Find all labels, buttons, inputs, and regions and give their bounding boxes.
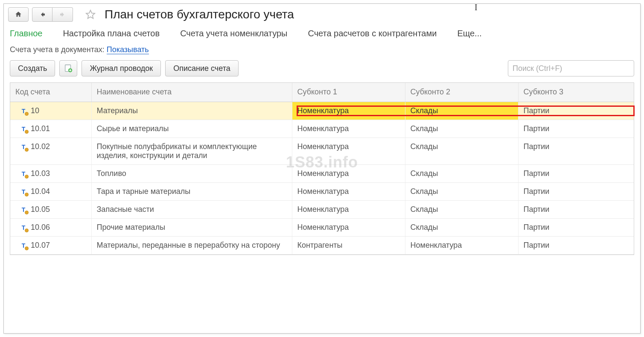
cell-s3[interactable]: Партии bbox=[518, 102, 634, 120]
s1-value: Номенклатура bbox=[297, 124, 349, 133]
favorite-star-icon[interactable] bbox=[83, 7, 98, 22]
doc-accounts-link[interactable]: Показывать bbox=[107, 45, 149, 54]
s3-value: Партии bbox=[524, 124, 550, 133]
table-row[interactable]: T10.04Тара и тарные материалыНоменклатур… bbox=[10, 182, 634, 200]
s1-value: Номенклатура bbox=[297, 187, 349, 196]
cell-s3[interactable]: Партии bbox=[518, 182, 634, 200]
cell-s2[interactable]: Склады bbox=[405, 200, 518, 218]
account-t-icon: T bbox=[20, 143, 27, 151]
table-row[interactable]: T10.07Материалы, переданные в переработк… bbox=[10, 236, 634, 254]
cell-s1[interactable]: Контрагенты bbox=[292, 236, 405, 254]
table-row[interactable]: T10.01Сырье и материалыНоменклатураСклад… bbox=[10, 120, 634, 138]
cell-s3[interactable]: Партии bbox=[518, 200, 634, 218]
name-value: Топливо bbox=[97, 169, 126, 178]
cell-name[interactable]: Тара и тарные материалы bbox=[91, 182, 292, 200]
code-value: 10.07 bbox=[31, 241, 50, 250]
home-button[interactable] bbox=[8, 7, 29, 22]
s3-value: Партии bbox=[524, 142, 550, 151]
cell-code[interactable]: T10.03 bbox=[10, 164, 91, 182]
cell-code[interactable]: T10.01 bbox=[10, 120, 91, 138]
cell-s3[interactable]: Партии bbox=[518, 164, 634, 182]
arrow-left-icon bbox=[38, 11, 46, 18]
table-row[interactable]: T10.06Прочие материалыНоменклатураСклады… bbox=[10, 218, 634, 236]
cell-s3[interactable]: Партии bbox=[518, 236, 634, 254]
search-input[interactable] bbox=[508, 60, 634, 76]
back-button[interactable] bbox=[32, 7, 52, 22]
journal-button[interactable]: Журнал проводок bbox=[82, 60, 161, 76]
add-group-button[interactable] bbox=[59, 60, 77, 76]
tab-settings[interactable]: Настройка плана счетов bbox=[63, 29, 160, 38]
s3-value: Партии bbox=[524, 223, 550, 232]
doc-accounts-label: Счета учета в документах: bbox=[10, 45, 107, 54]
tabbar: Главное Настройка плана счетов Счета уче… bbox=[4, 24, 640, 44]
cell-s1[interactable]: Номенклатура bbox=[292, 138, 405, 164]
cell-code[interactable]: T10.02 bbox=[10, 138, 91, 164]
cell-s1[interactable]: Номенклатура bbox=[292, 200, 405, 218]
col-code-header[interactable]: Код счета bbox=[10, 83, 91, 102]
add-sheet-icon bbox=[64, 64, 73, 73]
cell-s2[interactable]: Склады bbox=[405, 102, 518, 120]
cell-s2[interactable]: Склады bbox=[405, 182, 518, 200]
cell-name[interactable]: Материалы, переданные в переработку на с… bbox=[91, 236, 292, 254]
cell-name[interactable]: Топливо bbox=[91, 164, 292, 182]
cell-s1[interactable]: Номенклатура bbox=[292, 218, 405, 236]
table-header-row: Код счета Наименование счета Субконто 1 … bbox=[10, 83, 634, 102]
s3-value: Партии bbox=[524, 205, 550, 214]
cell-name[interactable]: Покупные полуфабрикаты и комплектующие и… bbox=[91, 138, 292, 164]
account-t-icon: T bbox=[20, 107, 27, 115]
cell-code[interactable]: T10.06 bbox=[10, 218, 91, 236]
col-s2-header[interactable]: Субконто 2 bbox=[405, 83, 518, 102]
cell-s1[interactable]: Номенклатура bbox=[292, 164, 405, 182]
describe-button[interactable]: Описание счета bbox=[165, 60, 238, 76]
s2-value: Склады bbox=[411, 124, 438, 133]
tab-counterparties[interactable]: Счета расчетов с контрагентами bbox=[308, 29, 437, 38]
code-value: 10.02 bbox=[31, 142, 50, 151]
cell-s3[interactable]: Партии bbox=[518, 138, 634, 164]
toolbar: Создать Журнал проводок Описание счета bbox=[4, 60, 640, 82]
cell-code[interactable]: T10.07 bbox=[10, 236, 91, 254]
cell-name[interactable]: Запасные части bbox=[91, 200, 292, 218]
table-row[interactable]: T10.02Покупные полуфабрикаты и комплекту… bbox=[10, 138, 634, 164]
cell-code[interactable]: T10.05 bbox=[10, 200, 91, 218]
account-t-icon: T bbox=[20, 242, 27, 249]
cell-code[interactable]: T10 bbox=[10, 102, 91, 120]
col-s3-header[interactable]: Субконто 3 bbox=[518, 83, 634, 102]
cell-s2[interactable]: Склады bbox=[405, 120, 518, 138]
cell-s3[interactable]: Партии bbox=[518, 120, 634, 138]
forward-button[interactable] bbox=[52, 7, 73, 22]
cell-code[interactable]: T10.04 bbox=[10, 182, 91, 200]
cell-s2[interactable]: Номенклатура bbox=[405, 236, 518, 254]
cell-s2[interactable]: Склады bbox=[405, 164, 518, 182]
table-row[interactable]: T10МатериалыНоменклатураСкладыПартии bbox=[10, 102, 634, 120]
account-t-icon: T bbox=[20, 188, 27, 196]
account-t-icon: T bbox=[20, 170, 27, 178]
tab-main[interactable]: Главное bbox=[10, 29, 42, 38]
cell-s3[interactable]: Партии bbox=[518, 218, 634, 236]
col-s1-header[interactable]: Субконто 1 bbox=[292, 83, 405, 102]
table-row[interactable]: T10.05Запасные частиНоменклатураСкладыПа… bbox=[10, 200, 634, 218]
cell-s2[interactable]: Склады bbox=[405, 218, 518, 236]
account-t-icon: T bbox=[20, 206, 27, 214]
cell-s2[interactable]: Склады bbox=[405, 138, 518, 164]
s2-value: Склады bbox=[411, 205, 438, 214]
doc-accounts-line: Счета учета в документах: Показывать bbox=[4, 44, 640, 60]
cell-s1[interactable]: Номенклатура bbox=[292, 182, 405, 200]
s3-value: Партии bbox=[524, 106, 550, 115]
cell-s1[interactable]: Номенклатура bbox=[292, 102, 405, 120]
cell-name[interactable]: Прочие материалы bbox=[91, 218, 292, 236]
s1-value: Номенклатура bbox=[297, 169, 349, 178]
cell-s1[interactable]: Номенклатура bbox=[292, 120, 405, 138]
page-title: План счетов бухгалтерского учета bbox=[105, 8, 294, 21]
s1-value: Номенклатура bbox=[297, 223, 349, 232]
name-value: Материалы, переданные в переработку на с… bbox=[97, 241, 280, 249]
create-button[interactable]: Создать bbox=[10, 60, 55, 76]
tab-nomenclature[interactable]: Счета учета номенклатуры bbox=[180, 29, 287, 38]
s1-value: Номенклатура bbox=[297, 106, 349, 115]
cell-name[interactable]: Сырье и материалы bbox=[91, 120, 292, 138]
col-name-header[interactable]: Наименование счета bbox=[91, 83, 292, 102]
app-window: План счетов бухгалтерского учета Главное… bbox=[3, 3, 641, 334]
table-row[interactable]: T10.03ТопливоНоменклатураСкладыПартии bbox=[10, 164, 634, 182]
s1-value: Номенклатура bbox=[297, 205, 349, 214]
tab-more[interactable]: Еще... bbox=[457, 29, 481, 38]
cell-name[interactable]: Материалы bbox=[91, 102, 292, 120]
